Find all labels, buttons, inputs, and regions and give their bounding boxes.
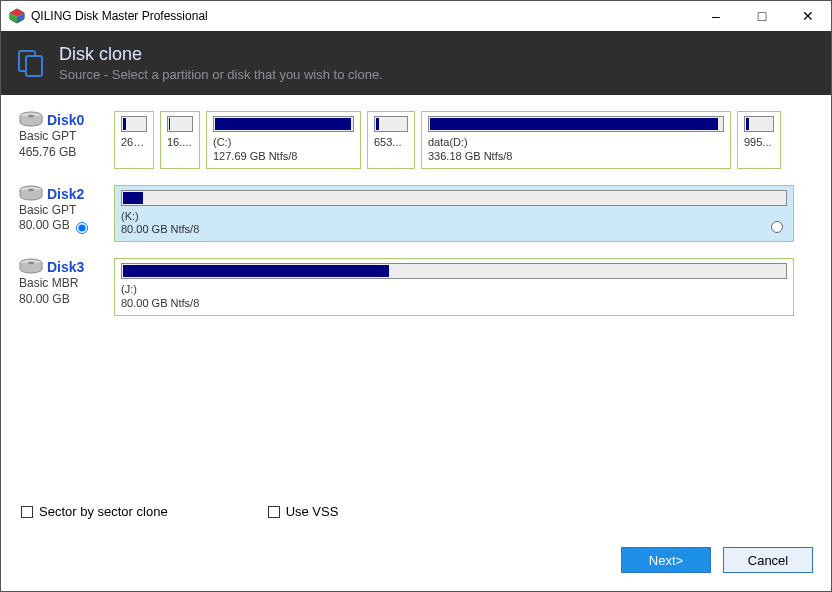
- partition-size: 336.18 GB Ntfs/8: [428, 150, 724, 164]
- usage-bar: [121, 116, 147, 132]
- window: QILING Disk Master Professional – □ ✕ Di…: [0, 0, 832, 592]
- disk-radio[interactable]: [76, 222, 88, 234]
- close-button[interactable]: ✕: [785, 1, 831, 31]
- disk-info: Disk2 Basic GPT 80.00 GB: [19, 185, 114, 243]
- disk-name: Disk2: [47, 186, 84, 202]
- cancel-button[interactable]: Cancel: [723, 547, 813, 573]
- svg-point-11: [28, 262, 34, 264]
- usage-bar: [744, 116, 774, 132]
- disk-list: Disk0 Basic GPT 465.76 GB 260... 16.... …: [1, 95, 831, 494]
- disk-type: Basic MBR: [19, 276, 108, 292]
- disk-size: 465.76 GB: [19, 145, 76, 161]
- svg-rect-5: [26, 56, 42, 76]
- partition-label: (K:): [121, 210, 787, 224]
- partition[interactable]: 16....: [160, 111, 200, 169]
- sector-clone-label: Sector by sector clone: [39, 504, 168, 519]
- disk-row[interactable]: Disk2 Basic GPT 80.00 GB (K:) 80.00 GB N…: [19, 185, 813, 243]
- partition-radio[interactable]: [771, 221, 783, 233]
- partition-size: 995...: [744, 136, 774, 150]
- partition-label: data(D:): [428, 136, 724, 150]
- app-icon: [9, 8, 25, 24]
- usage-bar: [374, 116, 408, 132]
- footer: Next> Cancel: [1, 537, 831, 591]
- next-button[interactable]: Next>: [621, 547, 711, 573]
- usage-bar: [167, 116, 193, 132]
- disk-type: Basic GPT: [19, 203, 108, 219]
- options-row: Sector by sector clone Use VSS: [1, 494, 831, 537]
- partition[interactable]: 995...: [737, 111, 781, 169]
- page-subtitle: Source - Select a partition or disk that…: [59, 67, 383, 82]
- disk-name: Disk0: [47, 112, 84, 128]
- partition-label: (C:): [213, 136, 354, 150]
- partition-size: 80.00 GB Ntfs/8: [121, 223, 787, 237]
- sector-clone-checkbox[interactable]: Sector by sector clone: [21, 504, 168, 519]
- maximize-button[interactable]: □: [739, 1, 785, 31]
- partitions: (K:) 80.00 GB Ntfs/8: [114, 185, 813, 243]
- partition[interactable]: (C:) 127.69 GB Ntfs/8: [206, 111, 361, 169]
- partition-label: (J:): [121, 283, 787, 297]
- disk-info: Disk3 Basic MBR 80.00 GB: [19, 258, 114, 316]
- checkbox-icon: [21, 506, 33, 518]
- disk-size: 80.00 GB: [19, 292, 70, 308]
- wizard-header: Disk clone Source - Select a partition o…: [1, 31, 831, 95]
- clone-icon: [17, 49, 45, 77]
- svg-point-9: [28, 188, 34, 190]
- partition[interactable]: 653...: [367, 111, 415, 169]
- partition[interactable]: 260...: [114, 111, 154, 169]
- partition[interactable]: (K:) 80.00 GB Ntfs/8: [114, 185, 794, 243]
- partitions: (J:) 80.00 GB Ntfs/8: [114, 258, 813, 316]
- minimize-button[interactable]: –: [693, 1, 739, 31]
- use-vss-checkbox[interactable]: Use VSS: [268, 504, 339, 519]
- page-title: Disk clone: [59, 44, 383, 65]
- partition[interactable]: data(D:) 336.18 GB Ntfs/8: [421, 111, 731, 169]
- use-vss-label: Use VSS: [286, 504, 339, 519]
- partition-size: 127.69 GB Ntfs/8: [213, 150, 354, 164]
- app-title: QILING Disk Master Professional: [31, 9, 693, 23]
- disk-row[interactable]: Disk0 Basic GPT 465.76 GB 260... 16.... …: [19, 111, 813, 169]
- titlebar: QILING Disk Master Professional – □ ✕: [1, 1, 831, 31]
- usage-bar: [428, 116, 724, 132]
- checkbox-icon: [268, 506, 280, 518]
- svg-point-7: [28, 115, 34, 117]
- partition-size: 653...: [374, 136, 408, 150]
- disk-row[interactable]: Disk3 Basic MBR 80.00 GB (J:) 80.00 GB N…: [19, 258, 813, 316]
- usage-bar: [213, 116, 354, 132]
- disk-info: Disk0 Basic GPT 465.76 GB: [19, 111, 114, 169]
- disk-name: Disk3: [47, 259, 84, 275]
- partitions: 260... 16.... (C:) 127.69 GB Ntfs/8 653.…: [114, 111, 813, 169]
- usage-bar: [121, 263, 787, 279]
- partition[interactable]: (J:) 80.00 GB Ntfs/8: [114, 258, 794, 316]
- partition-size: 80.00 GB Ntfs/8: [121, 297, 787, 311]
- partition-size: 16....: [167, 136, 193, 150]
- disk-type: Basic GPT: [19, 129, 108, 145]
- disk-size: 80.00 GB: [19, 218, 70, 234]
- usage-bar: [121, 190, 787, 206]
- partition-size: 260...: [121, 136, 147, 150]
